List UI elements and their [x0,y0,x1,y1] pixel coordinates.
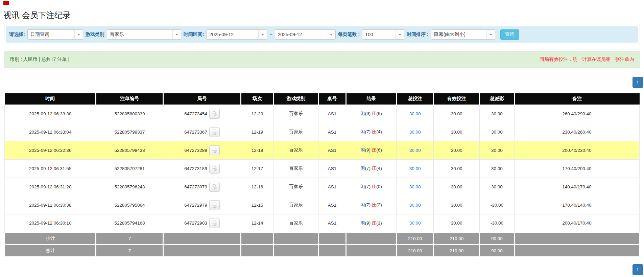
query-type-label: 请选择: [9,31,25,38]
cell-time: 2025-09-12 06:32:36 [5,141,96,159]
column-header: 游戏类别 [274,93,318,105]
round-no-wrap: 647273189 [184,164,220,174]
total-bet-link[interactable]: 30.00 [409,203,421,208]
footer-empty-cell [163,245,241,257]
date-from-select[interactable]: 2025-09-12 [206,29,267,40]
result-player-score: (7) [365,129,372,134]
round-no-text: 647272903 [184,221,207,226]
cell-game-type: 百家乐 [274,159,318,178]
cell-payout: -30.00 [479,196,514,214]
cell-round-no: 647273367 [163,123,241,141]
result-banker-label: 庄 [372,147,377,153]
cell-note: 170.40/140.40 [514,196,639,214]
view-video-button[interactable] [209,145,220,155]
game-type-value: 百家乐 [107,31,172,38]
cell-payout: 30.00 [479,178,514,196]
cell-payout: 30.00 [479,141,514,159]
total-bet-link[interactable]: 30.00 [409,166,421,171]
result-banker-score: (6) [376,111,382,116]
cell-result: 闲(9) 庄(3) [346,214,396,232]
view-video-button[interactable] [209,109,220,119]
view-video-button[interactable] [209,127,220,137]
pagination-page-button[interactable]: 1 [633,77,643,88]
result-banker-label: 庄 [372,111,377,116]
cell-game-type: 百家乐 [274,178,318,196]
pagination-page-button[interactable]: 1 [633,264,643,275]
query-type-select[interactable]: 日期查询 [27,29,83,40]
total-bet-link[interactable]: 30.00 [409,184,421,189]
cell-total-bet: 30.00 [396,105,434,123]
per-page-value: 100 [362,32,396,37]
game-type-select[interactable]: 百家乐 [107,29,181,40]
result-banker-score: (0) [376,184,382,189]
time-sort-value: 降冪(由大到小) [431,31,486,38]
chevron-down-icon[interactable] [172,30,181,39]
records-table: 时间注单编号局号场次游戏类别桌号结果总投注有效投注总派彩备注 2025-09-1… [4,93,640,257]
footer-label-cell: 小计 [5,232,96,245]
column-header: 场次 [241,93,274,105]
footer-payout-cell: 90.00 [479,245,514,257]
cell-time: 2025-09-12 06:31:55 [5,159,96,178]
column-header: 备注 [514,93,639,105]
total-bet-link[interactable]: 30.00 [409,148,421,153]
result-player-score: (7) [365,166,372,171]
cell-session: 12-15 [241,196,274,214]
footer-empty-cell [274,245,318,257]
game-type-label: 游戏类别 [86,31,104,38]
view-video-button[interactable] [209,182,220,192]
result-player-label: 闲 [360,129,365,134]
cell-time: 2025-09-12 06:30:10 [5,214,96,232]
cell-valid-bet: 30.00 [434,141,479,159]
view-video-button[interactable] [209,164,220,174]
cell-game-type: 百家乐 [274,123,318,141]
cell-valid-bet: 30.00 [434,178,479,196]
column-header: 桌号 [318,93,346,105]
pagination-top: 1 [0,77,643,88]
result-banker-label: 庄 [372,129,377,134]
cell-table-no: AS1 [318,196,346,214]
view-video-button[interactable] [209,218,220,228]
table-header-row: 时间注单编号局号场次游戏类别桌号结果总投注有效投注总派彩备注 [5,93,640,105]
cell-bet-no: 522805799337 [96,123,163,141]
time-range-label: 时间区间: [184,31,204,38]
column-header: 结果 [346,93,396,105]
view-video-button[interactable] [209,200,220,210]
cell-note: 260.40/290.40 [514,105,639,123]
result-banker-label: 庄 [372,166,377,171]
cell-result: 闲(7) 庄(4) [346,123,396,141]
cell-round-no: 647273189 [163,159,241,178]
result-player-score: (9) [365,147,372,153]
cell-valid-bet: 30.00 [434,214,479,232]
footer-empty-cell [274,232,318,245]
total-bet-link[interactable]: 30.00 [409,130,421,135]
query-button[interactable]: 查询 [500,29,519,40]
cell-total-bet: 30.00 [396,141,434,159]
cell-game-type: 百家乐 [274,214,318,232]
total-bet-link[interactable]: 30.00 [409,221,421,226]
cell-round-no: 647273079 [163,178,241,196]
chevron-down-icon[interactable] [486,30,495,39]
chevron-down-icon[interactable] [327,30,335,39]
chevron-down-icon[interactable] [258,30,267,39]
footer-empty-cell [514,232,639,245]
cell-round-no: 647273454 [163,105,241,123]
time-sort-label: 时间排序 : [407,31,429,38]
date-to-select[interactable]: 2025-09-12 [275,29,336,40]
table-row: 2025-09-12 06:31:20522805796243647273079… [5,178,640,196]
footer-empty-cell [241,245,274,257]
cell-payout: 30.00 [479,123,514,141]
round-no-wrap: 647273289 [184,145,220,155]
table-row: 2025-09-12 06:30:38522805795064647272979… [5,196,640,214]
chevron-down-icon[interactable] [396,30,404,39]
table-row: 2025-09-12 06:32:36522805798438647273289… [5,141,640,159]
cell-table-no: AS1 [318,214,346,232]
per-page-select[interactable]: 100 [362,29,404,40]
filter-panel: 请选择: 日期查询 游戏类别 百家乐 时间区间: 2025-09-12 ~ 20… [4,25,640,44]
total-bet-link[interactable]: 30.00 [409,111,421,116]
cell-total-bet: 30.00 [396,123,434,141]
time-sort-select[interactable]: 降冪(由大到小) [431,29,495,40]
chevron-down-icon[interactable] [74,30,83,39]
cell-session: 12-14 [241,214,274,232]
result-player-label: 闲 [360,166,365,171]
cell-table-no: AS1 [318,141,346,159]
